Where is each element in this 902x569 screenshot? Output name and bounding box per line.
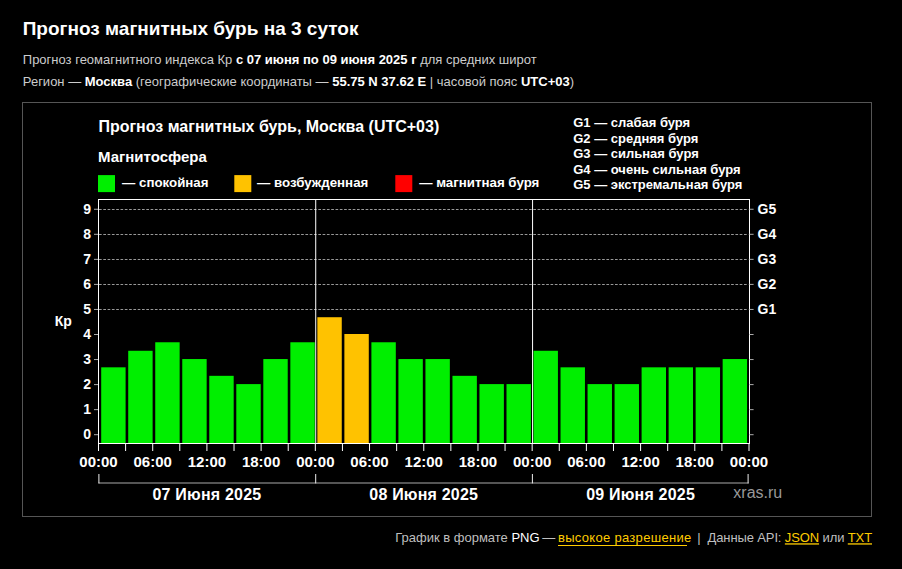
svg-text:12:00: 12:00 — [188, 453, 226, 470]
svg-text:| Данные API: JSON или TXT: | Данные API: JSON или TXT — [697, 530, 872, 545]
svg-text:xras.ru: xras.ru — [733, 484, 782, 501]
svg-text:G5: G5 — [758, 201, 777, 217]
svg-text:2: 2 — [83, 376, 91, 392]
svg-text:G3 — сильная буря: G3 — сильная буря — [573, 146, 699, 161]
svg-text:18:00: 18:00 — [676, 453, 714, 470]
svg-text:высокое разрешение: высокое разрешение — [558, 530, 692, 545]
svg-text:Регион — Москва (географически: Регион — Москва (географические координа… — [23, 74, 574, 89]
svg-text:3: 3 — [83, 351, 91, 367]
svg-text:Магнитосфера: Магнитосфера — [98, 148, 207, 165]
svg-text:06:00: 06:00 — [134, 453, 172, 470]
svg-text:G2 — средняя буря: G2 — средняя буря — [573, 131, 698, 146]
svg-text:G1: G1 — [758, 301, 777, 317]
svg-text:G2: G2 — [758, 276, 777, 292]
svg-text:00:00: 00:00 — [730, 453, 768, 470]
svg-text:12:00: 12:00 — [405, 453, 443, 470]
svg-text:18:00: 18:00 — [242, 453, 280, 470]
svg-text:0: 0 — [83, 426, 91, 442]
svg-text:G5 — экстремальная буря: G5 — экстремальная буря — [573, 177, 742, 192]
svg-text:7: 7 — [83, 251, 91, 267]
svg-text:G1 — слабая буря: G1 — слабая буря — [573, 115, 690, 130]
svg-text:Прогноз геомагнитного индекса: Прогноз геомагнитного индекса Кр с 07 ию… — [23, 52, 537, 67]
svg-text:07 Июня 2025: 07 Июня 2025 — [152, 486, 261, 503]
svg-text:00:00: 00:00 — [513, 453, 551, 470]
svg-text:Кр: Кр — [55, 313, 72, 329]
svg-text:8: 8 — [83, 226, 91, 242]
svg-text:G4 — очень сильная буря: G4 — очень сильная буря — [573, 162, 740, 177]
svg-text:00:00: 00:00 — [79, 453, 117, 470]
svg-text:4: 4 — [83, 326, 91, 342]
svg-text:12:00: 12:00 — [621, 453, 659, 470]
svg-text:06:00: 06:00 — [350, 453, 388, 470]
svg-text:—: — — [542, 530, 555, 545]
svg-text:— магнитная буря: — магнитная буря — [419, 175, 539, 190]
svg-text:1: 1 — [83, 401, 91, 417]
svg-text:06:00: 06:00 — [567, 453, 605, 470]
svg-text:6: 6 — [83, 276, 91, 292]
svg-text:08 Июня 2025: 08 Июня 2025 — [369, 486, 478, 503]
svg-text:G4: G4 — [758, 226, 777, 242]
svg-text:09 Июня 2025: 09 Июня 2025 — [586, 486, 695, 503]
svg-text:G3: G3 — [758, 251, 777, 267]
svg-text:— спокойная: — спокойная — [122, 175, 209, 190]
svg-text:18:00: 18:00 — [459, 453, 497, 470]
svg-text:Прогноз магнитных бурь на 3 су: Прогноз магнитных бурь на 3 суток — [23, 18, 359, 39]
svg-text:9: 9 — [83, 201, 91, 217]
svg-text:5: 5 — [83, 301, 91, 317]
svg-text:— возбужденная: — возбужденная — [257, 175, 368, 190]
svg-text:График в формате PNG: График в формате PNG — [395, 530, 539, 545]
svg-text:Прогноз магнитных бурь, Москва: Прогноз магнитных бурь, Москва (UTC+03) — [98, 118, 439, 135]
svg-text:00:00: 00:00 — [296, 453, 334, 470]
